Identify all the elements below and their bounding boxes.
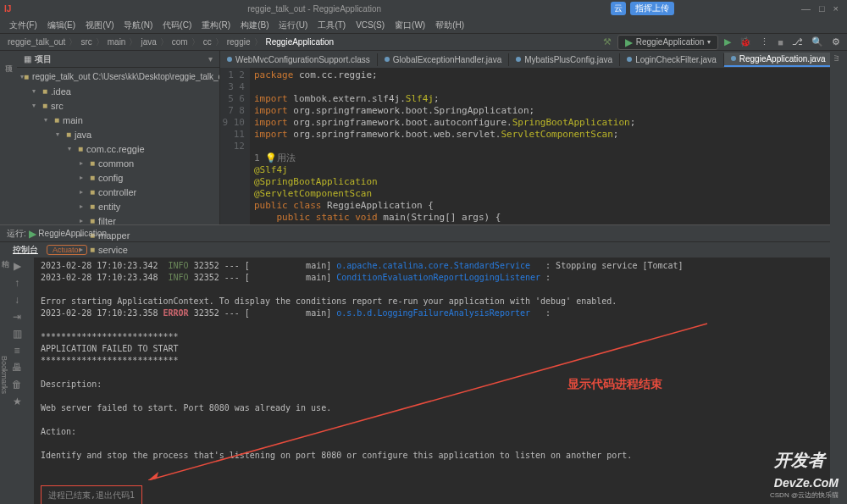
- layout-icon[interactable]: ▥: [13, 328, 22, 340]
- minimize-icon[interactable]: —: [801, 3, 811, 14]
- breadcrumb-bar: reggie_talk_out〉src〉main〉java〉com〉cc〉reg…: [0, 34, 847, 51]
- crumb[interactable]: com: [169, 37, 191, 47]
- crumb[interactable]: main: [104, 37, 130, 47]
- project-label: 项目: [35, 53, 52, 65]
- chevron-down-icon: ▾: [707, 38, 711, 46]
- filter-icon[interactable]: ≡: [14, 345, 19, 357]
- watermark: 开发者 DevZe.CoM: [774, 449, 839, 491]
- play-icon: ▶: [29, 228, 36, 240]
- tree-item[interactable]: ▸■filter: [17, 213, 219, 228]
- menu-item[interactable]: 运行(U): [274, 19, 313, 31]
- more-icon[interactable]: ⋮: [757, 36, 772, 47]
- tree-item[interactable]: ▾■.idea: [17, 84, 219, 98]
- project-panel: ▦ 项目 ▾ ▾■ reggie_talk_out C:\Users\kk\De…: [17, 51, 220, 224]
- code-editor[interactable]: 1 2 3 4 5 6 7 8 9 10 11 12 package com.c…: [220, 68, 847, 224]
- editor-tabs: WebMvcConfigurationSupport.classGlobalEx…: [220, 51, 847, 68]
- menu-item[interactable]: 编辑(E): [42, 19, 80, 31]
- run-name: ReggieApplication: [38, 229, 107, 238]
- crumb[interactable]: java: [137, 37, 159, 47]
- run-config-selector[interactable]: ▶ ReggieApplication ▾: [617, 35, 719, 50]
- cloud-icon[interactable]: 云: [611, 2, 626, 15]
- console-output[interactable]: 2023-02-28 17:10:23.342 INFO 32352 --- […: [34, 258, 847, 504]
- editor-area: WebMvcConfigurationSupport.classGlobalEx…: [220, 51, 847, 224]
- project-header: ▦ 项目 ▾: [17, 51, 219, 68]
- window-controls: — □ ×: [801, 3, 843, 14]
- tree-item[interactable]: ▸■config: [17, 170, 219, 185]
- tree-item[interactable]: ▸■controller: [17, 185, 219, 199]
- menu-item[interactable]: 构建(B): [235, 19, 274, 31]
- bookmarks-tab[interactable]: Bookmarks: [0, 356, 8, 394]
- crumb[interactable]: src: [77, 37, 95, 47]
- menu-item[interactable]: 代码(C): [158, 19, 197, 31]
- menu-item[interactable]: VCS(S): [351, 20, 390, 30]
- run-button[interactable]: ▶: [722, 36, 734, 47]
- annotation-text: 显示代码进程结束: [567, 377, 662, 392]
- toolbar: ⚒ ▶ ReggieApplication ▾ ▶ 🐞 ⋮ ■ ⎇ 🔍 ⚙: [601, 35, 843, 50]
- right-gutter: m: [830, 51, 847, 504]
- build-icon[interactable]: ⚒: [601, 36, 614, 47]
- crumb[interactable]: cc: [200, 37, 215, 47]
- play-icon: ▶: [625, 36, 633, 48]
- menu-item[interactable]: 帮助(H): [430, 19, 469, 31]
- editor-tab[interactable]: ReggieApplication.java: [724, 53, 833, 67]
- editor-tab[interactable]: LoginCheckFilter.java: [620, 53, 724, 66]
- debug-button[interactable]: 🐞: [737, 36, 754, 47]
- menu-item[interactable]: 工具(T): [313, 19, 351, 31]
- menu-item[interactable]: 文件(F): [4, 19, 42, 31]
- close-icon[interactable]: ×: [833, 3, 839, 14]
- actuator-tab[interactable]: Actuator: [47, 245, 87, 255]
- code-content[interactable]: package com.cc.reggie; import lombok.ext…: [250, 68, 847, 224]
- crumb[interactable]: reggie: [224, 37, 254, 47]
- tree-item[interactable]: ▾■com.cc.reggie: [17, 141, 219, 156]
- tree-root[interactable]: ▾■ reggie_talk_out C:\Users\kk\Desktop\r…: [17, 69, 219, 84]
- menu-item[interactable]: 视图(V): [80, 19, 119, 31]
- console-tab[interactable]: 控制台: [4, 242, 47, 258]
- run-config-name: ReggieApplication: [636, 37, 705, 47]
- menu-item[interactable]: 重构(R): [197, 19, 235, 31]
- editor-tab[interactable]: WebMvcConfigurationSupport.class: [220, 53, 378, 66]
- stop-button[interactable]: ■: [775, 37, 786, 47]
- wrap-icon[interactable]: ⇥: [13, 311, 21, 323]
- maximize-icon[interactable]: □: [819, 3, 825, 14]
- project-folder-icon: ▦: [24, 54, 31, 64]
- menu-item[interactable]: 窗口(W): [390, 19, 430, 31]
- trash-icon[interactable]: 🗑: [12, 379, 22, 390]
- crumb[interactable]: reggie_talk_out: [4, 37, 69, 47]
- tree-item[interactable]: ▾■src: [17, 98, 219, 113]
- git-icon[interactable]: ⎇: [789, 36, 805, 47]
- csdn-watermark: CSDN @云边的快乐猫: [770, 490, 839, 500]
- tree-item[interactable]: ▾■java: [17, 127, 219, 141]
- editor-tab[interactable]: GlobalExceptionHandler.java: [378, 53, 509, 66]
- search-icon[interactable]: 🔍: [809, 36, 826, 47]
- gear-icon[interactable]: ⚙: [829, 36, 843, 47]
- run-tool-window: 运行: ▶ ReggieApplication — 控制台 Actuator ▶…: [0, 224, 847, 504]
- tree-item[interactable]: ▸■common: [17, 156, 219, 170]
- chevron-down-icon[interactable]: ▾: [208, 54, 213, 64]
- gutter: 1 2 3 4 5 6 7 8 9 10 11 12: [220, 68, 250, 224]
- app-icon: IJ: [4, 4, 11, 14]
- menu-item[interactable]: 导航(N): [119, 19, 158, 31]
- crumb[interactable]: ReggieApplication: [263, 37, 338, 47]
- run-label: 运行:: [7, 228, 26, 240]
- editor-tab[interactable]: MybatisPlusConfig.java: [509, 53, 620, 66]
- menubar: 文件(F)编辑(E)视图(V)导航(N)代码(C)重构(R)构建(B)运行(U)…: [0, 17, 847, 34]
- upload-badge[interactable]: 指挥上传: [630, 2, 674, 15]
- star-icon[interactable]: ★: [13, 396, 22, 407]
- exit-message: 进程已结束,退出代码1: [41, 485, 142, 504]
- root-label: reggie_talk_out C:\Users\kk\Desktop\regg…: [32, 72, 219, 81]
- tree-item[interactable]: ▾■main: [17, 113, 219, 127]
- rerun-button[interactable]: ▶: [14, 260, 21, 272]
- window-title: reggie_talk_out - ReggieApplication: [18, 4, 611, 14]
- maven-tab[interactable]: m: [830, 51, 844, 66]
- down-icon[interactable]: ↓: [14, 294, 19, 306]
- titlebar: IJ reggie_talk_out - ReggieApplication 云…: [0, 0, 847, 17]
- print-icon[interactable]: 🖶: [12, 362, 22, 374]
- up-icon[interactable]: ↑: [14, 277, 19, 289]
- left-gutter: 项目: [0, 51, 17, 224]
- tree-item[interactable]: ▸■entity: [17, 199, 219, 213]
